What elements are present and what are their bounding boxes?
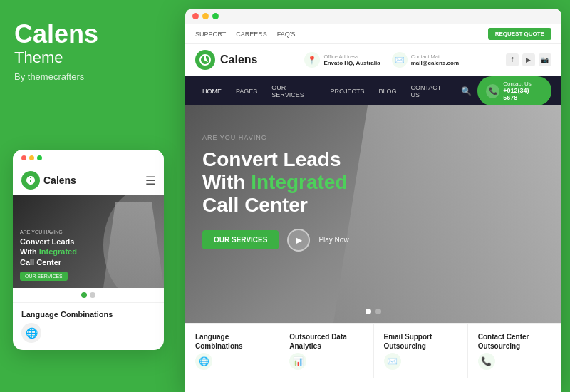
hero-slider-dots (366, 309, 381, 314)
mainnav-contact-box: 📞 Contact Us +012(34) 5678 (477, 76, 551, 105)
left-panel: Calens Theme By themecrafters Calens ☰ (0, 0, 177, 392)
facebook-icon[interactable]: f (506, 53, 519, 66)
topnav-faqs[interactable]: FAQ'S (277, 31, 296, 38)
instagram-icon[interactable]: 📷 (539, 53, 551, 66)
card-language-title: Language Combinations (195, 332, 269, 351)
hero-line3: Call Center (202, 194, 308, 216)
mobile-logo-row: Calens ☰ (13, 165, 164, 195)
mail-icon: ✉️ (392, 52, 408, 68)
mobile-card-title: Language Combinations (21, 310, 155, 319)
mobile-hero-text: ARE YOU HAVING Convert Leads With Integr… (13, 222, 84, 288)
youtube-icon[interactable]: ▶ (522, 53, 535, 66)
mobile-hero-line3: Call Center (20, 258, 61, 267)
desktop-logo-row: Calens (195, 50, 257, 70)
social-icons: f ▶ 📷 (506, 53, 551, 66)
phone-icon: 📞 (486, 84, 499, 98)
location-icon: 📍 (304, 52, 320, 68)
desktop-dot-red (192, 13, 199, 19)
hero-content: ARE YOU HAVING Convert Leads With Integr… (185, 105, 561, 280)
brand-subtitle: Theme (14, 48, 162, 67)
hero-line1: Convert Leads (202, 148, 341, 170)
mail-value: mail@calens.com (411, 60, 459, 66)
mobile-hero-heading: Convert Leads With Integrated Call Cente… (20, 237, 77, 267)
mobile-dots (21, 155, 42, 160)
mainnav-home[interactable]: HOME (195, 81, 229, 101)
request-quote-btn[interactable]: REQUEST QUOTE (488, 28, 551, 40)
card-analytics: Outsourced Data Analytics 📊 (279, 324, 373, 378)
mail-info: ✉️ Contact Mail mail@calens.com (392, 52, 459, 68)
hero-play-text: Play Now (318, 236, 348, 244)
mobile-slider-dot-2[interactable] (90, 292, 95, 298)
mobile-services-btn[interactable]: OUR SERVICES (20, 272, 68, 281)
mobile-dot-yellow (29, 155, 34, 160)
card-email-title: Email Support Outsourcing (384, 332, 457, 351)
contact-label: Contact Us (503, 81, 543, 87)
hero-heading: Convert Leads With Integrated Call Cente… (202, 148, 544, 217)
mobile-mockup: Calens ☰ ARE YOU HAVING Convert Leads Wi… (13, 150, 164, 350)
topnav-careers[interactable]: CAREERS (236, 31, 267, 38)
card-contact-center-icon: 📞 (478, 353, 495, 370)
hero-dot-1[interactable] (366, 309, 371, 314)
mail-label: Contact Mail (411, 53, 459, 60)
mobile-titlebar (13, 150, 164, 165)
desktop-titlebar (185, 9, 561, 24)
office-info: 📍 Office Address Envato HQ, Australia (304, 52, 380, 68)
right-panel: SUPPORT CAREERS FAQ'S REQUEST QUOTE Cale… (177, 0, 570, 392)
hero-services-btn[interactable]: OUR SERVICES (202, 230, 279, 249)
card-email: Email Support Outsourcing ✉️ (374, 324, 468, 378)
mainnav-contact[interactable]: CONTACT US (403, 78, 455, 105)
search-icon[interactable]: 🔍 (455, 86, 477, 96)
hero-line2-green: Integrated (251, 171, 347, 193)
card-language-icon-row: 🌐 (195, 353, 269, 370)
desktop-hero: ARE YOU HAVING Convert Leads With Integr… (185, 105, 561, 323)
card-language: Language Combinations 🌐 (185, 324, 279, 378)
desktop-header: Calens 📍 Office Address Envato HQ, Austr… (185, 44, 561, 76)
card-contact-center: Contact Center Outsourcing 📞 (468, 324, 561, 378)
brand-by: By themecrafters (14, 71, 162, 82)
mainnav-links: HOME PAGES OUR SERVICES PROJECTS BLOG CO… (195, 78, 455, 105)
mobile-logo-text: Calens (43, 175, 76, 186)
mobile-card-icon: 🌐 (21, 323, 41, 343)
desktop-header-info: 📍 Office Address Envato HQ, Australia ✉️… (304, 52, 459, 68)
desktop-mainnav: HOME PAGES OUR SERVICES PROJECTS BLOG CO… (185, 76, 561, 105)
mobile-dot-green (37, 155, 42, 160)
hero-small-text: ARE YOU HAVING (202, 134, 544, 141)
mobile-card: Language Combinations 🌐 (13, 302, 164, 350)
desktop-logo-text: Calens (220, 53, 257, 66)
mainnav-blog[interactable]: BLOG (371, 81, 403, 101)
contact-phone: +012(34) 5678 (503, 87, 543, 101)
brand-title: Calens (14, 21, 162, 47)
mobile-dot-red (21, 155, 26, 160)
card-contact-center-title: Contact Center Outsourcing (478, 332, 551, 351)
mainnav-pages[interactable]: PAGES (229, 81, 264, 101)
mobile-slider-dot-1[interactable] (81, 292, 87, 298)
desktop-logo-icon (195, 50, 215, 70)
card-analytics-icon-row: 📊 (289, 353, 363, 370)
hero-buttons: OUR SERVICES ▶ Play Now (202, 229, 544, 252)
mobile-menu-icon[interactable]: ☰ (145, 174, 155, 187)
topnav-support[interactable]: SUPPORT (195, 31, 226, 38)
card-email-icon: ✉️ (384, 353, 401, 370)
desktop-dot-yellow (202, 13, 209, 19)
mobile-hero-line1: Convert Leads (20, 237, 74, 246)
mobile-slider-dots (13, 288, 164, 302)
card-analytics-title: Outsourced Data Analytics (289, 332, 363, 351)
mobile-hero-line2-green: Integrated (39, 247, 77, 256)
mobile-hero: ARE YOU HAVING Convert Leads With Integr… (13, 195, 164, 288)
mainnav-projects[interactable]: PROJECTS (323, 81, 371, 101)
desktop-topnav-links: SUPPORT CAREERS FAQ'S (195, 31, 296, 38)
hero-dot-2[interactable] (375, 309, 381, 314)
desktop-cards: Language Combinations 🌐 Outsourced Data … (185, 323, 561, 378)
card-contact-center-icon-row: 📞 (478, 353, 551, 370)
mobile-hero-small: ARE YOU HAVING (20, 229, 77, 234)
desktop-window: SUPPORT CAREERS FAQ'S REQUEST QUOTE Cale… (185, 9, 561, 392)
mobile-logo-icon (21, 171, 40, 190)
mainnav-services[interactable]: OUR SERVICES (264, 78, 323, 105)
hero-line2: With Integrated (202, 171, 348, 193)
card-language-icon: 🌐 (195, 353, 212, 370)
office-label: Office Address (323, 53, 380, 60)
office-value: Envato HQ, Australia (323, 60, 380, 66)
card-analytics-icon: 📊 (289, 353, 306, 370)
desktop-dot-green (212, 13, 219, 19)
hero-play-btn[interactable]: ▶ (287, 229, 310, 252)
